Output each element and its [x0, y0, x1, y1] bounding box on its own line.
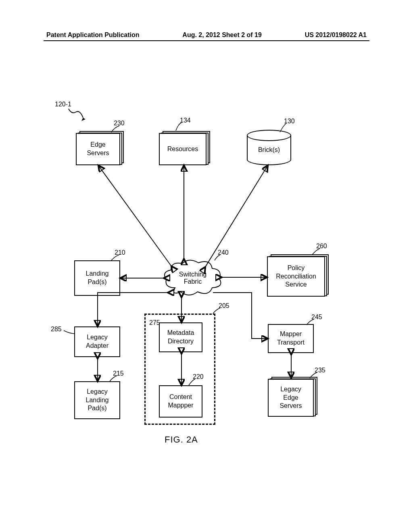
legacy-landing-pads-box: Legacy Landing Pad(s): [74, 381, 120, 419]
content-mapper-box: Content Mappper: [159, 385, 202, 418]
bricks-cylinder: Brick(s): [247, 135, 291, 165]
legacy-landing-pads-label: Legacy Landing Pad(s): [86, 388, 109, 413]
resources-box: Resources: [159, 133, 206, 165]
header-rule: [44, 40, 369, 41]
policy-reconciliation-box: Policy Reconciliation Service: [267, 256, 325, 297]
header-right: US 2012/0198022 A1: [305, 31, 367, 39]
ref-275: 275: [149, 319, 160, 326]
ref-285: 285: [51, 326, 62, 333]
mapper-transport-box: Mapper Transport: [268, 324, 314, 353]
metadata-directory-box: Metadata Directory: [159, 322, 202, 352]
landing-pads-label: Landing Pad(s): [86, 270, 109, 287]
legacy-edge-servers-label: Legacy Edge Servers: [280, 385, 302, 410]
legacy-adapter-box: Legacy Adapter: [74, 326, 120, 357]
header-left: Patent Application Publication: [46, 31, 140, 39]
zigzag-arrow-icon: [68, 108, 88, 123]
switching-fabric-label: Switching Fabric: [179, 271, 206, 285]
content-mapper-label: Content Mappper: [168, 393, 193, 410]
policy-reconciliation-label: Policy Reconciliation Service: [276, 264, 316, 289]
mapper-transport-label: Mapper Transport: [277, 330, 305, 347]
legacy-edge-servers-box: Legacy Edge Servers: [268, 379, 314, 417]
resources-label: Resources: [167, 145, 198, 154]
landing-pads-box: Landing Pad(s): [74, 260, 120, 296]
legacy-adapter-label: Legacy Adapter: [86, 333, 108, 350]
edge-servers-box: Edge Servers: [76, 133, 120, 165]
svg-marker-0: [81, 118, 86, 121]
figure-caption: FIG. 2A: [165, 434, 198, 445]
header-center: Aug. 2, 2012 Sheet 2 of 19: [182, 31, 262, 39]
ref-120-1: 120-1: [55, 101, 71, 108]
switching-fabric-cloud: Switching Fabric: [163, 259, 223, 297]
edge-servers-label: Edge Servers: [87, 141, 109, 158]
metadata-directory-label: Metadata Directory: [167, 329, 194, 346]
bricks-label: Brick(s): [258, 146, 280, 154]
